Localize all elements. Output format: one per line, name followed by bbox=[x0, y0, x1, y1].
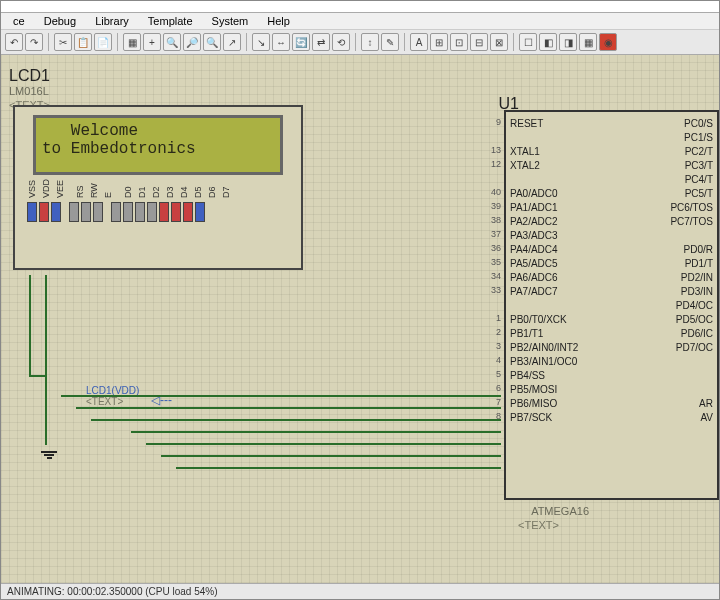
chip-pin-number: 37 bbox=[481, 229, 501, 239]
chip-pin-number: 8 bbox=[481, 411, 501, 421]
chip-pin-row: PB2/AIN0/INT2PD7/OC bbox=[506, 340, 717, 354]
lcd-line1: Welcome bbox=[42, 122, 274, 140]
menubar: ce Debug Library Template System Help bbox=[1, 13, 719, 30]
lcd-refname: LCD1 bbox=[9, 67, 50, 85]
chip-pin-number: 4 bbox=[481, 355, 501, 365]
chip-component[interactable]: RESETPC0/SPC1/SXTAL1PC2/TXTAL2PC3/TPC4/T… bbox=[504, 110, 719, 500]
zoom-in-icon[interactable]: 🔍 bbox=[163, 33, 181, 51]
arrow2-icon[interactable]: ↔ bbox=[272, 33, 290, 51]
zoom-out-icon[interactable]: 🔎 bbox=[183, 33, 201, 51]
copy-icon[interactable]: 📋 bbox=[74, 33, 92, 51]
chip-pin-row: PA7/ADC7PD3/IN bbox=[506, 284, 717, 298]
wire bbox=[91, 419, 501, 421]
titlebar bbox=[1, 1, 719, 13]
status-bar: ANIMATING: 00:00:02.350000 (CPU load 54%… bbox=[1, 583, 719, 599]
chip-pin-number: 40 bbox=[481, 187, 501, 197]
chip-pin-number: 12 bbox=[481, 159, 501, 169]
wire bbox=[176, 467, 501, 469]
chip-pin-row: PC1/S bbox=[506, 130, 717, 144]
menu-library[interactable]: Library bbox=[87, 13, 137, 29]
chip-pin-number: 7 bbox=[481, 397, 501, 407]
tool3-icon[interactable]: ⊡ bbox=[450, 33, 468, 51]
chip-pin-row: PB0/T0/XCKPD5/OC bbox=[506, 312, 717, 326]
lcd-line2: to Embedotronics bbox=[42, 140, 274, 158]
flip-icon[interactable]: ⟲ bbox=[332, 33, 350, 51]
lcd-pin-labels: VSSVDDVEE RSRWE D0D1D2D3D4D5D6D7 bbox=[27, 179, 301, 198]
rotate-icon[interactable]: 🔄 bbox=[292, 33, 310, 51]
menu-debug[interactable]: Debug bbox=[36, 13, 84, 29]
chip-placeholder: <TEXT> bbox=[518, 519, 559, 531]
wire bbox=[131, 431, 501, 433]
chip-pin-row: PB4/SS bbox=[506, 368, 717, 382]
menu-ce[interactable]: ce bbox=[5, 13, 33, 29]
lcd-pin-row bbox=[27, 202, 301, 222]
chip-pin-row: PA0/ADC0PC5/T bbox=[506, 186, 717, 200]
chip-pin-row: PC4/T bbox=[506, 172, 717, 186]
lcd-model: LM016L bbox=[9, 85, 49, 97]
chip-pin-row: PA1/ADC1PC6/TOS bbox=[506, 200, 717, 214]
chip-pin-number: 35 bbox=[481, 257, 501, 267]
chip-pin-number: 9 bbox=[481, 117, 501, 127]
chip-pin-row: PB3/AIN1/OC0 bbox=[506, 354, 717, 368]
chip-pin-number: 3 bbox=[481, 341, 501, 351]
chip-pin-row: PB1/T1PD6/IC bbox=[506, 326, 717, 340]
wire bbox=[161, 455, 501, 457]
ground-symbol bbox=[41, 450, 57, 460]
menu-help[interactable]: Help bbox=[259, 13, 298, 29]
schematic-canvas[interactable]: LCD1 LM016L <TEXT> Welcome to Embedotron… bbox=[1, 55, 719, 583]
wire bbox=[76, 407, 501, 409]
chip-pin-row: PB5/MOSI bbox=[506, 382, 717, 396]
arrow1-icon[interactable]: ↘ bbox=[252, 33, 270, 51]
plus-icon[interactable]: + bbox=[143, 33, 161, 51]
chip-pin-row: PA6/ADC6PD2/IN bbox=[506, 270, 717, 284]
chip-pin-number: 39 bbox=[481, 201, 501, 211]
wire bbox=[45, 275, 47, 445]
menu-system[interactable]: System bbox=[204, 13, 257, 29]
menu-template[interactable]: Template bbox=[140, 13, 201, 29]
mirror-icon[interactable]: ⇄ bbox=[312, 33, 330, 51]
wire bbox=[146, 443, 501, 445]
chip-pin-row: PA3/ADC3 bbox=[506, 228, 717, 242]
chip-pin-row: PD4/OC bbox=[506, 298, 717, 312]
chip-pin-number: 1 bbox=[481, 313, 501, 323]
toolbar: ↶ ↷ ✂ 📋 📄 ▦ + 🔍 🔎 🔍 ↗ ↘ ↔ 🔄 ⇄ ⟲ ↕ ✎ A ⊞ … bbox=[1, 30, 719, 55]
chip-pin-row: PB7/SCKAV bbox=[506, 410, 717, 424]
chip-pin-number: 34 bbox=[481, 271, 501, 281]
chip-pin-number: 13 bbox=[481, 145, 501, 155]
redo-icon[interactable]: ↷ bbox=[25, 33, 43, 51]
stop-icon[interactable]: ◉ bbox=[599, 33, 617, 51]
cut-icon[interactable]: ✂ bbox=[54, 33, 72, 51]
paste-icon[interactable]: 📄 bbox=[94, 33, 112, 51]
lcd-component[interactable]: Welcome to Embedotronics VSSVDDVEE RSRWE… bbox=[13, 105, 303, 270]
edit-icon[interactable]: ↕ bbox=[361, 33, 379, 51]
undo-icon[interactable]: ↶ bbox=[5, 33, 23, 51]
chip-model: ATMEGA16 bbox=[531, 505, 589, 517]
tool5-icon[interactable]: ⊠ bbox=[490, 33, 508, 51]
tool4-icon[interactable]: ⊟ bbox=[470, 33, 488, 51]
tool9-icon[interactable]: ▦ bbox=[579, 33, 597, 51]
chip-pin-row: PA5/ADC5PD1/T bbox=[506, 256, 717, 270]
text-icon[interactable]: ✎ bbox=[381, 33, 399, 51]
tool1-icon[interactable]: A bbox=[410, 33, 428, 51]
chip-pin-row: PA4/ADC4PD0/R bbox=[506, 242, 717, 256]
tool2-icon[interactable]: ⊞ bbox=[430, 33, 448, 51]
tool8-icon[interactable]: ◨ bbox=[559, 33, 577, 51]
chip-pin-number: 6 bbox=[481, 383, 501, 393]
wire bbox=[61, 395, 501, 397]
chip-pin-number: 33 bbox=[481, 285, 501, 295]
grid-icon[interactable]: ▦ bbox=[123, 33, 141, 51]
chip-pin-number: 36 bbox=[481, 243, 501, 253]
lcd-display: Welcome to Embedotronics bbox=[33, 115, 283, 175]
tool6-icon[interactable]: ☐ bbox=[519, 33, 537, 51]
chip-pin-row: XTAL2PC3/T bbox=[506, 158, 717, 172]
wire bbox=[29, 275, 31, 375]
chip-pin-row: PA2/ADC2PC7/TOS bbox=[506, 214, 717, 228]
tool7-icon[interactable]: ◧ bbox=[539, 33, 557, 51]
chip-pin-row: RESETPC0/S bbox=[506, 116, 717, 130]
chip-pin-number: 5 bbox=[481, 369, 501, 379]
wire bbox=[29, 375, 47, 377]
zoom-fit-icon[interactable]: 🔍 bbox=[203, 33, 221, 51]
chip-pin-number: 38 bbox=[481, 215, 501, 225]
chip-pin-row: PB6/MISOAR bbox=[506, 396, 717, 410]
zoom-area-icon[interactable]: ↗ bbox=[223, 33, 241, 51]
